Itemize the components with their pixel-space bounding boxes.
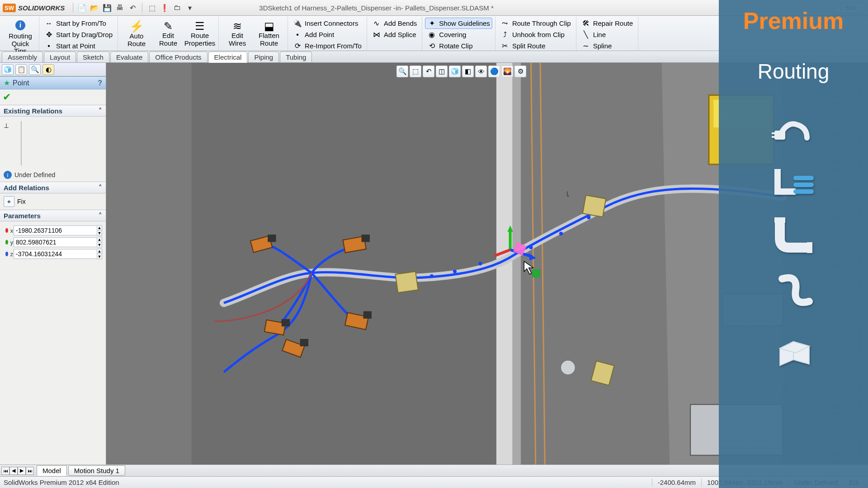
repair-route-button[interactable]: 🛠Repair Route <box>579 18 635 29</box>
svg-text:⤹: ⤹ <box>565 190 571 198</box>
auto-route-button[interactable]: ⚡Auto Route <box>121 18 152 50</box>
add-splice-button[interactable]: ⋈Add Splice <box>370 29 419 40</box>
spline-button[interactable]: ∼Spline <box>579 40 635 52</box>
dimxpert-tab[interactable]: ◐ <box>42 64 54 75</box>
rotate-clip-button[interactable]: ⟲Rotate Clip <box>425 40 492 52</box>
document-title: 3DSketch1 of Harness_2-Pallets_Dispenser… <box>259 4 494 12</box>
collapse-icon[interactable]: ˄ <box>99 211 102 220</box>
undo-button[interactable]: ↶ <box>127 2 138 14</box>
param-x-input[interactable] <box>14 225 97 235</box>
tab-first-button[interactable]: ⏮ <box>1 467 9 475</box>
svg-rect-23 <box>396 272 418 293</box>
pm-help-button[interactable]: ? <box>98 79 102 87</box>
pipe-elbow-icon <box>771 214 816 254</box>
param-y-spinner[interactable]: ▲▼ <box>97 237 102 248</box>
flexible-tube-icon <box>771 270 816 310</box>
print-button[interactable]: 🖶 <box>114 2 126 14</box>
edit-appearance-button[interactable]: 🔵 <box>488 66 500 77</box>
param-z-input[interactable] <box>14 249 97 259</box>
dropdown-button[interactable]: ▾ <box>184 2 196 14</box>
property-manager-tab[interactable]: 📋 <box>15 64 27 75</box>
flatten-route-button[interactable]: ⬓Flatten Route <box>253 18 285 50</box>
add-bends-button[interactable]: ∿Add Bends <box>370 18 419 29</box>
bend-icon: ∿ <box>372 19 381 28</box>
zoom-fit-button[interactable]: 🔍 <box>396 66 408 77</box>
reimport-icon: ⟳ <box>293 42 302 51</box>
section-view-button[interactable]: ◫ <box>436 66 448 77</box>
collapse-icon[interactable]: ˄ <box>99 183 102 192</box>
separator <box>142 3 142 13</box>
repair-icon: 🛠 <box>581 19 590 28</box>
config-manager-tab[interactable]: 🔍 <box>29 64 41 75</box>
edit-wires-button[interactable]: ≋Edit Wires <box>222 18 253 50</box>
options-button[interactable]: 🗀 <box>171 2 183 14</box>
through-clip-icon: ⤳ <box>500 19 509 28</box>
tab-evaluate[interactable]: Evaluate <box>110 52 148 62</box>
svg-point-38 <box>529 246 533 249</box>
fix-relation-button[interactable]: ⌖ <box>4 196 14 207</box>
view-orientation-button[interactable]: 🧊 <box>449 66 461 77</box>
apply-scene-button[interactable]: 🌄 <box>501 66 513 77</box>
svg-rect-46 <box>807 242 812 253</box>
feature-manager-tab[interactable]: 🧊 <box>2 64 14 75</box>
insert-connectors-button[interactable]: 🔌Insert Connectors <box>291 18 364 29</box>
add-relations-header[interactable]: Add Relations ˄ <box>0 182 106 193</box>
tab-next-button[interactable]: ▶ <box>18 467 26 475</box>
reimport-fromto-button[interactable]: ⟳Re-Import From/To <box>291 40 364 52</box>
existing-relations-header[interactable]: Existing Relations ˄ <box>0 105 106 117</box>
display-style-button[interactable]: ◧ <box>462 66 474 77</box>
plug-wire-icon <box>771 111 816 147</box>
start-at-point-button[interactable]: •Start at Point <box>42 40 115 52</box>
rotate-clip-icon: ⟲ <box>427 42 436 51</box>
svg-rect-19 <box>362 235 370 242</box>
start-drag-drop-button[interactable]: ✥Start by Drag/Drop <box>42 29 115 40</box>
bottom-tab-model[interactable]: Model <box>37 465 67 476</box>
param-z-spinner[interactable]: ▲▼ <box>97 249 102 259</box>
routing-quick-tips-button[interactable]: i Routing Quick Tips <box>5 18 36 56</box>
rectangular-duct-icon <box>771 326 816 366</box>
bottom-tab-motion-study[interactable]: Motion Study 1 <box>68 465 125 476</box>
route-properties-button[interactable]: ☰Route Properties <box>184 18 216 50</box>
select-button[interactable]: ⬚ <box>146 2 158 14</box>
previous-view-button[interactable]: ↶ <box>423 66 434 77</box>
tab-tubing[interactable]: Tubing <box>280 52 312 62</box>
relations-listbox[interactable] <box>21 121 22 165</box>
x-label: x <box>10 227 14 234</box>
parameters-header[interactable]: Parameters ˄ <box>0 210 106 221</box>
split-route-button[interactable]: ✂Split Route <box>498 40 573 52</box>
hide-show-button[interactable]: 👁 <box>475 66 487 77</box>
tab-layout[interactable]: Layout <box>44 52 76 62</box>
line-button[interactable]: ╲Line <box>579 29 635 40</box>
z-axis-icon <box>5 252 8 256</box>
tab-piping[interactable]: Piping <box>248 52 279 62</box>
new-doc-button[interactable]: 📄 <box>76 2 88 14</box>
promo-overlay: Premium Routing <box>719 0 868 488</box>
tab-sketch[interactable]: Sketch <box>77 52 109 62</box>
collapse-icon[interactable]: ˄ <box>99 107 102 115</box>
unhook-from-clip-button[interactable]: ⤴Unhook from Clip <box>498 29 573 40</box>
zoom-area-button[interactable]: ⬚ <box>410 66 421 77</box>
start-from-to-button[interactable]: ↔Start by From/To <box>42 18 115 29</box>
ok-checkmark-button[interactable]: ✔ <box>3 91 11 103</box>
svg-rect-43 <box>772 132 775 134</box>
rebuild-button[interactable]: ❗ <box>159 2 170 14</box>
tab-prev-button[interactable]: ◀ <box>9 467 18 475</box>
view-settings-button[interactable]: ⚙ <box>514 66 526 77</box>
edit-route-button[interactable]: ✎Edit Route <box>152 18 184 50</box>
svg-rect-42 <box>774 131 785 140</box>
save-button[interactable]: 💾 <box>101 2 113 14</box>
add-point-icon: • <box>293 30 302 39</box>
open-doc-button[interactable]: 📂 <box>89 2 100 14</box>
route-through-clip-button[interactable]: ⤳Route Through Clip <box>498 18 573 29</box>
add-point-button[interactable]: •Add Point <box>291 29 364 40</box>
tab-office-products[interactable]: Office Products <box>149 52 207 62</box>
overlay-title-routing: Routing <box>758 59 830 84</box>
tab-electrical[interactable]: Electrical <box>208 52 248 63</box>
covering-button[interactable]: ◉Covering <box>425 29 492 40</box>
param-x-spinner[interactable]: ▲▼ <box>97 225 102 236</box>
tab-last-button[interactable]: ⏭ <box>26 467 34 475</box>
tab-assembly[interactable]: Assembly <box>2 52 43 62</box>
show-guidelines-button[interactable]: ✦Show Guidelines <box>425 18 492 29</box>
param-y-input[interactable] <box>14 237 97 247</box>
property-manager-panel: 🧊 📋 🔍 ◐ ★Point ? ✔ Existing Relations ˄ … <box>0 63 106 465</box>
